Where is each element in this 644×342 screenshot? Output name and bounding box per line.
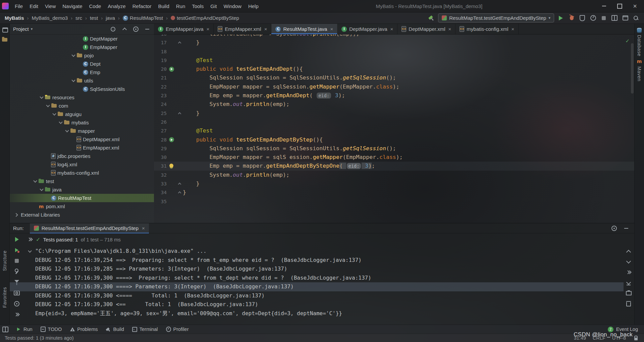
chevron-down-icon[interactable] [40, 95, 43, 99]
tree-item-log4j-xml[interactable]: log4j.xml [10, 160, 154, 169]
tool-window-button-build[interactable]: Build [102, 325, 128, 334]
tree-chevron-slot[interactable] [64, 130, 70, 132]
breadcrumb-item[interactable]: test [89, 14, 99, 21]
chevron-down-icon[interactable] [71, 78, 75, 82]
tree-item-java[interactable]: java [10, 185, 154, 194]
tool-window-icon[interactable] [2, 26, 8, 33]
maximize-icon[interactable] [612, 0, 627, 12]
console-line[interactable]: "C:\Program Files\Java\jdk1.8.0_131\bin\… [10, 247, 624, 256]
inspections-ok-icon[interactable]: ✓ [625, 38, 630, 44]
tool-window-button-problems[interactable]: Problems [66, 325, 102, 334]
breadcrumb-item[interactable]: testGetEmpAndDeptByStep [170, 14, 240, 21]
chevron-down-icon[interactable] [71, 53, 75, 57]
tree-item-emp[interactable]: Emp [10, 68, 154, 76]
close-icon[interactable]: × [330, 26, 333, 32]
up-icon[interactable] [625, 248, 632, 255]
tree-item-mapper[interactable]: mapper [10, 127, 154, 135]
tree-item-mybatis-config-xml[interactable]: mybatis-config.xml [10, 169, 154, 177]
menu-analyze[interactable]: Analyze [104, 0, 129, 12]
code-editor[interactable]: 16 list.forEach(emp -> System.out.printl… [154, 35, 634, 223]
fold-icon[interactable] [178, 112, 181, 115]
tree-item-dept[interactable]: Dept [10, 60, 154, 68]
console-line[interactable]: Emp{eid=3, empName='王五', age=39, sex='男'… [10, 309, 624, 318]
console-line[interactable]: DEBUG 12-05 17:16:39,285 ==> Parameters:… [10, 265, 624, 274]
close-icon[interactable]: × [142, 225, 145, 231]
status-message[interactable]: Tests passed: 1 (3 minutes ago) [5, 335, 74, 341]
breadcrumb-item[interactable]: MyBatis [4, 14, 25, 21]
run-test-icon[interactable] [169, 67, 174, 72]
chevrons-icon[interactable] [625, 269, 632, 276]
editor-tab-deptmapper.java[interactable]: DeptMapper.java× [337, 24, 397, 34]
tool-window-button-run[interactable]: Run [12, 325, 37, 334]
console-line[interactable]: DEBUG 12-05 17:16:39,300 ====> Preparing… [10, 274, 624, 283]
breadcrumb-item[interactable]: MyBatis_demo3 [31, 14, 69, 21]
fold-icon[interactable] [178, 42, 181, 45]
collapse-icon[interactable] [121, 26, 128, 33]
menu-file[interactable]: File [11, 0, 26, 12]
hide-toolbar-icon[interactable] [26, 236, 33, 243]
console-line[interactable]: DEBUG 12-05 17:16:39,300 ====> Parameter… [10, 282, 624, 291]
scroll-end-icon[interactable] [625, 279, 632, 286]
editor-tab-mybatis-config.xml[interactable]: mybatis-config.xml× [455, 24, 519, 34]
tree-item-deptmapper-xml[interactable]: DeptMapper.xml [10, 135, 154, 144]
console-output[interactable]: "C:\Program Files\Java\jdk1.8.0_131\bin\… [10, 247, 624, 325]
menu-git[interactable]: Git [207, 0, 220, 12]
tree-item-jdbc-properties[interactable]: jdbc.properties [10, 152, 154, 160]
gear-icon[interactable] [132, 26, 139, 33]
tree-item-empmapper-xml[interactable]: EmpMapper.xml [10, 144, 154, 152]
tree-item-com[interactable]: com [10, 102, 154, 110]
favorites-tool-button[interactable]: Favorites [2, 287, 7, 308]
breadcrumb-item[interactable]: ResultMapTest [122, 14, 164, 21]
menu-navigate[interactable]: Navigate [59, 0, 86, 12]
chevron-down-icon[interactable]: ▾ [31, 27, 33, 31]
menu-run[interactable]: Run [173, 0, 189, 12]
editor-tab-empmapper.xml[interactable]: EmpMapper.xml× [214, 24, 271, 34]
close-icon[interactable]: × [512, 26, 515, 32]
chevron-down-icon[interactable] [40, 187, 43, 191]
menu-build[interactable]: Build [155, 0, 172, 12]
fold-icon[interactable] [178, 183, 181, 186]
chevron-down-icon[interactable] [52, 112, 56, 115]
coverage-icon[interactable] [579, 15, 586, 21]
database-icon[interactable] [637, 28, 642, 33]
profiler-icon[interactable] [590, 15, 596, 21]
close-icon[interactable]: × [207, 26, 210, 32]
tree-item-external-libraries[interactable]: External Libraries [10, 211, 154, 219]
tree-chevron-slot[interactable] [39, 189, 45, 190]
editor-tab-empmapper.java[interactable]: EmpMapper.java× [154, 24, 214, 34]
scrollbar-thumb[interactable] [631, 43, 634, 94]
console-line[interactable]: DEBUG 12-05 17:16:39,300 <==== Total: 1 … [10, 291, 624, 300]
tool-window-button-terminal[interactable]: Terminal [128, 325, 162, 334]
project-panel-title[interactable]: Project [13, 26, 29, 32]
search-icon[interactable] [633, 15, 639, 21]
maven-icon[interactable] [636, 58, 642, 64]
project-folder-icon[interactable] [2, 37, 8, 43]
menu-refactor[interactable]: Refactor [129, 0, 155, 12]
tree-item-empmapper[interactable]: EmpMapper [10, 43, 154, 51]
console-line[interactable]: DEBUG 12-05 17:16:39,254 ==> Preparing: … [10, 256, 624, 265]
run-config-select[interactable]: ResultMapTest.testGetEmpAndDeptByStep ▾ [438, 13, 554, 22]
gear-icon[interactable] [611, 225, 618, 232]
tree-item-test[interactable]: test [10, 177, 154, 185]
tree-chevron-slot[interactable] [58, 122, 64, 123]
chevron-right-icon[interactable] [14, 213, 18, 217]
grid-icon[interactable] [611, 15, 618, 21]
database-tool-button[interactable]: Database [637, 35, 642, 56]
tool-window-button-profiler[interactable]: Profiler [162, 325, 193, 334]
editor-tab-deptmapper.xml[interactable]: DeptMapper.xml× [397, 24, 455, 34]
stop-icon[interactable] [600, 15, 607, 21]
tree-item-pom-xml[interactable]: pom.xml [10, 202, 154, 211]
build-hammer-icon[interactable] [428, 15, 435, 21]
editor-scrollbar[interactable] [630, 35, 634, 223]
tree-item-sqlsessionutils[interactable]: SqlSessionUtils [10, 85, 154, 93]
console-line[interactable]: DEBUG 12-05 17:16:39,300 <== Total: 1 (B… [10, 300, 624, 309]
menu-view[interactable]: View [42, 0, 59, 12]
run-tab[interactable]: ResultMapTest.testGetEmpAndDeptByStep × [30, 223, 149, 233]
maven-tool-button[interactable]: Maven [637, 66, 642, 81]
winbox-icon[interactable] [622, 15, 629, 21]
tree-chevron-slot[interactable] [70, 55, 76, 56]
minimize-icon[interactable] [596, 0, 612, 12]
run-icon[interactable] [557, 15, 564, 21]
chevron-down-icon[interactable] [46, 103, 50, 107]
tree-chevron-slot[interactable] [70, 80, 76, 81]
